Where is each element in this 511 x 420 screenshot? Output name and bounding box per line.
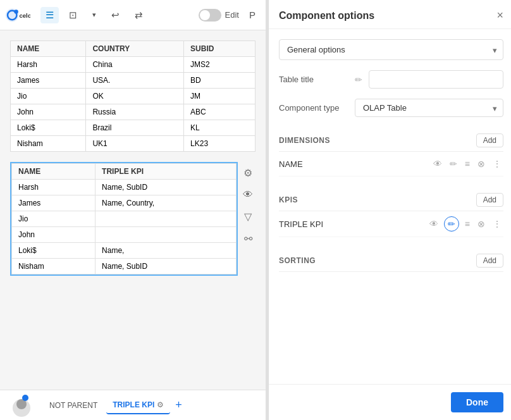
bottom-table: NAME TRIPLE KPI HarshName, SubIDJamesNam… (10, 162, 238, 276)
right-panel: Component options × General options Adva… (268, 0, 511, 420)
settings-icon-btn[interactable]: ⚙ (240, 164, 256, 182)
dimension-name: NAME (279, 159, 428, 169)
dimension-name-row: NAME 👁 ✏ ≡ ⊗ ⋮ (279, 152, 503, 176)
tab-not-parent[interactable]: NOT PARENT (43, 397, 104, 414)
component-type-row: Component type OLAP Table Table Pivot (279, 99, 503, 117)
kpi-name: TRIPLE KPI (279, 219, 424, 229)
done-button[interactable]: Done (451, 392, 503, 412)
kpis-label: KPIS (279, 195, 298, 204)
table-row: John (12, 227, 237, 243)
sorting-section: SORTING Add (279, 247, 503, 272)
svg-point-2 (14, 9, 18, 13)
col-header-name: NAME (11, 41, 86, 57)
table-row: JioOKJM (11, 89, 256, 104)
dimensions-section: DIMENSIONS Add NAME 👁 ✏ ≡ ⊗ ⋮ (279, 127, 503, 176)
kpi-eye-icon[interactable]: 👁 (428, 217, 440, 231)
top-table: NAME COUNTRY SUBID HarshChinaJMS2JamesUS… (10, 40, 256, 152)
app-logo: celonis (5, 6, 30, 24)
sorting-header: SORTING Add (279, 247, 503, 272)
panel-title: Component options (279, 10, 374, 22)
add-sorting-button[interactable]: Add (476, 254, 503, 268)
dimension-drag-icon[interactable]: ⋮ (491, 157, 503, 171)
svg-text:celonis: celonis (19, 12, 30, 19)
component-type-select[interactable]: OLAP Table Table Pivot (355, 99, 503, 117)
publish-button[interactable]: P (244, 7, 261, 23)
general-options-select[interactable]: General options Advanced options (279, 39, 503, 60)
tab-triple-kpi[interactable]: TRIPLE KPI ⚙ (106, 397, 170, 414)
edit-toggle[interactable] (199, 9, 221, 22)
tab-settings-icon[interactable]: ⚙ (157, 400, 164, 409)
add-tab-button[interactable]: + (173, 396, 185, 414)
table-row: HarshName, SubID (12, 180, 237, 195)
component-type-label: Component type (279, 103, 348, 113)
table-row: HarshChinaJMS2 (11, 57, 256, 73)
table-title-row: Table title ✏ (279, 70, 503, 89)
kpi-drag-icon[interactable]: ⋮ (491, 217, 503, 231)
dimension-eye-icon[interactable]: 👁 (431, 157, 444, 171)
tab-triple-kpi-label: TRIPLE KPI (113, 400, 154, 409)
bottom-table-wrapper: NAME TRIPLE KPI HarshName, SubIDJamesNam… (10, 162, 256, 276)
bottom-col-triple-kpi: TRIPLE KPI (95, 164, 237, 180)
table-row: Loki$BrazilKL (11, 120, 256, 136)
select-tool-button[interactable]: ⊡ (64, 7, 82, 23)
edit-title-icon[interactable]: ✏ (355, 75, 362, 85)
svg-point-6 (22, 395, 28, 401)
table-row: JamesName, Country, (12, 195, 237, 211)
add-dimension-button[interactable]: Add (476, 133, 503, 147)
side-icons: ⚙ 👁 ▽ ⚯ (240, 162, 256, 247)
sorting-label: SORTING (279, 256, 316, 265)
eye-icon-btn[interactable]: 👁 (240, 187, 256, 203)
add-kpi-button[interactable]: Add (476, 193, 503, 207)
table-row: JohnRussiaABC (11, 104, 256, 120)
right-panel-footer: Done (269, 384, 511, 420)
table-row: NishamName, SubID (12, 259, 237, 275)
kpi-edit-icon[interactable]: ✏ (444, 216, 459, 232)
dropdown-arrow-button[interactable]: ▾ (87, 8, 101, 22)
table-row: NishamUK1LK23 (11, 136, 256, 152)
kpi-triple-row: TRIPLE KPI 👁 ✏ ≡ ⊗ ⋮ (279, 211, 503, 237)
dimensions-label: DIMENSIONS (279, 136, 330, 145)
dimension-remove-icon[interactable]: ⊗ (476, 157, 487, 171)
right-panel-body: General options Advanced options Table t… (269, 29, 511, 384)
bottom-col-name: NAME (12, 164, 95, 180)
kpis-header: KPIS Add (279, 187, 503, 211)
dimensions-header: DIMENSIONS Add (279, 127, 503, 152)
tab-bar: NOT PARENT TRIPLE KPI ⚙ + (0, 390, 266, 420)
table-title-label: Table title (279, 75, 348, 84)
table-row: Jio (12, 211, 237, 227)
menu-button[interactable]: ☰ (40, 7, 59, 23)
kpi-align-icon[interactable]: ≡ (463, 217, 472, 231)
table-title-input[interactable] (369, 70, 503, 89)
tab-not-parent-label: NOT PARENT (49, 401, 97, 410)
edit-label: Edit (225, 10, 239, 20)
table-row: JamesUSA.BD (11, 73, 256, 89)
kpis-section: KPIS Add TRIPLE KPI 👁 ✏ ≡ ⊗ ⋮ (279, 187, 503, 237)
table-row: Loki$Name, (12, 243, 237, 259)
kpi-remove-icon[interactable]: ⊗ (476, 217, 487, 231)
col-header-country: COUNTRY (86, 41, 184, 57)
main-content: NAME COUNTRY SUBID HarshChinaJMS2JamesUS… (0, 30, 266, 390)
right-panel-header: Component options × (269, 0, 511, 29)
col-header-subid: SUBID (184, 41, 256, 57)
left-panel: celonis ☰ ⊡ ▾ ↩ ⇄ Edit P NAME COUNTRY SU… (0, 0, 266, 420)
component-type-dropdown[interactable]: OLAP Table Table Pivot (355, 99, 503, 117)
topbar: celonis ☰ ⊡ ▾ ↩ ⇄ Edit P (0, 0, 266, 30)
general-options-dropdown[interactable]: General options Advanced options (279, 39, 503, 60)
avatar-area (8, 392, 35, 419)
share-button[interactable]: ⇄ (130, 7, 148, 23)
close-panel-button[interactable]: × (496, 9, 503, 22)
dimension-align-icon[interactable]: ≡ (463, 157, 472, 171)
undo-button[interactable]: ↩ (106, 7, 125, 23)
edit-toggle-container: Edit (199, 9, 239, 22)
link-icon-btn[interactable]: ⚯ (240, 230, 256, 247)
dimension-edit-icon[interactable]: ✏ (448, 157, 459, 171)
filter-icon-btn[interactable]: ▽ (240, 208, 256, 225)
